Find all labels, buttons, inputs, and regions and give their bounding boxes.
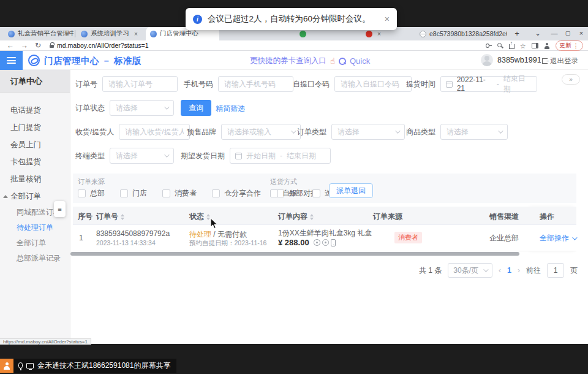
th-content[interactable]: 订单内容	[278, 212, 314, 222]
browser-toolbar: ← → ↻ md.maboy.cn/AllOrder?status=1 ☆ 更新…	[0, 40, 588, 51]
quick-label[interactable]: Quick	[350, 56, 370, 66]
quick-entry-link[interactable]: 更快捷的券卡查询入口	[250, 56, 326, 66]
currency-symbol: ¥	[278, 238, 282, 247]
next-page-button[interactable]: ›	[518, 266, 520, 275]
th-status[interactable]: 状态	[189, 212, 210, 222]
expect-ship-date-range-picker[interactable]: 开始日期 - 结束日期	[230, 148, 331, 164]
goods-type-select[interactable]: 请选择	[440, 124, 508, 140]
sidebar-item-hq-dispatch-records[interactable]: 总部派单记录	[0, 251, 70, 266]
pointing-finger-icon: ☝	[330, 56, 335, 66]
tab-favicon	[8, 31, 15, 37]
current-page[interactable]: 1	[507, 266, 511, 275]
maximize-button[interactable]: ▢	[560, 27, 575, 40]
row-price: 288.00	[285, 238, 309, 247]
back-icon[interactable]: ←	[7, 41, 14, 50]
row-action-dropdown[interactable]: 全部操作	[540, 233, 576, 243]
sidebar-item-batch-writeoff[interactable]: 批量核销	[0, 170, 70, 188]
username[interactable]: 8385wb1991	[497, 56, 541, 64]
filter-label-order-type: 订单类型	[297, 127, 326, 137]
profile-icon[interactable]	[544, 43, 550, 49]
sidebar-toggle-button[interactable]	[0, 51, 23, 70]
chrome-update-button[interactable]: 更新 ⋮	[556, 40, 584, 51]
pickup-code-input[interactable]	[334, 76, 412, 92]
checkbox-delivery[interactable]	[312, 189, 320, 197]
checkbox-hq[interactable]	[78, 189, 86, 197]
dispatch-return-button[interactable]: 派单退回	[329, 183, 373, 198]
table-header: 序号 订单号 状态 订单内容 订单来源 销售渠道 操作	[73, 207, 576, 225]
tab-close-icon[interactable]: ×	[377, 31, 381, 37]
pagination: 共 1 条 30条/页 ‹ 1 › 前往 页	[419, 263, 578, 278]
chevron-down-icon	[164, 152, 169, 157]
sidebar-item-phone-pickup[interactable]: 电话提货	[0, 102, 70, 119]
table-row[interactable]: 1 83859345088979792a 2023-11-13 14:33:34…	[73, 225, 576, 251]
zoom-icon[interactable]	[497, 43, 503, 49]
info-icon: i	[193, 15, 202, 24]
password-key-icon[interactable]	[486, 43, 492, 49]
sidebar-item-door-pickup[interactable]: 上门提货	[0, 119, 70, 136]
share-icon[interactable]	[509, 44, 514, 49]
logout-button[interactable]: 退出登录	[542, 56, 578, 66]
filter-label-terminal-type: 终端类型	[75, 151, 105, 161]
receiver-input[interactable]	[119, 124, 190, 140]
goto-label: 前往	[526, 265, 541, 276]
phone-input[interactable]	[218, 76, 293, 92]
logout-icon	[542, 58, 548, 64]
quick-search-icon[interactable]	[339, 58, 346, 65]
order-status-select[interactable]: 请选择	[110, 100, 174, 116]
row-channel: 企业总部	[489, 233, 519, 243]
address-bar[interactable]: md.maboy.cn/AllOrder?status=1	[57, 42, 149, 49]
forward-icon[interactable]: →	[21, 41, 28, 50]
th-order-no[interactable]: 订单号	[96, 212, 124, 222]
page-size-select[interactable]: 30条/页	[448, 263, 492, 278]
browser-tab-3[interactable]: e8c573980b1328a258fd2e6f8 ×	[415, 27, 507, 40]
sidebar-collapse-handle[interactable]: ≡	[54, 201, 66, 217]
checkbox-consumer[interactable]	[162, 189, 170, 197]
checkbox-store[interactable]	[120, 189, 128, 197]
chevron-down-icon	[483, 267, 488, 272]
filter-collapse-button[interactable]: »	[562, 74, 580, 85]
sidebar-item-member-visit[interactable]: 会员上门	[0, 136, 70, 153]
share-user-avatar[interactable]	[0, 359, 13, 373]
banner-close-icon[interactable]: ×	[385, 14, 390, 24]
lock-icon[interactable]	[50, 45, 54, 48]
filter-label-phone: 手机号码	[184, 79, 213, 90]
simplify-filter-link[interactable]: 精简筛选	[216, 104, 245, 114]
new-tab-button[interactable]: +	[512, 29, 522, 39]
person-icon	[3, 362, 10, 370]
horizontal-scrollbar[interactable]	[70, 252, 519, 256]
close-button[interactable]: ×	[574, 27, 588, 40]
row-content: 1份XX生鲜羊肉礼盒3kg 礼盒	[278, 228, 372, 239]
globe-favicon	[420, 31, 426, 37]
screen-share-bar[interactable]: 金禾通技术王斌18662591081的屏幕共享	[13, 359, 176, 373]
presale-brand-select[interactable]: 请选择或输入	[221, 124, 301, 140]
order-type-select[interactable]: 请选择	[331, 124, 405, 140]
status-bar-url: https://md.maboy.cn/AllOrder?status=1	[0, 338, 91, 345]
order-no-input[interactable]	[102, 76, 178, 92]
goto-page-input[interactable]	[547, 263, 564, 278]
browser-tab-2[interactable]: 系统培训学习 ×	[77, 27, 144, 40]
browser-menu-chevron[interactable]: ⌄	[530, 27, 545, 40]
user-avatar[interactable]	[481, 54, 493, 66]
search-button[interactable]: 查询	[181, 100, 211, 116]
tab-close-icon[interactable]: ×	[134, 31, 138, 37]
row-pickup-note: 预约自提日期：2023-11-16	[189, 239, 266, 248]
bookmark-star-icon[interactable]: ☆	[520, 43, 526, 49]
sidebar-item-card-pickup[interactable]: 卡包提货	[0, 153, 70, 170]
terminal-type-select[interactable]: 请选择	[110, 148, 174, 164]
pickup-time-range-picker[interactable]: 2022-11-21 - 结束日期	[440, 76, 537, 92]
th-source: 订单来源	[373, 212, 402, 222]
checkbox-warehouse-share[interactable]	[212, 189, 220, 197]
sidebar-item-all-orders[interactable]: 全部订单	[0, 235, 70, 251]
total-count: 共 1 条	[419, 265, 442, 276]
prev-page-button[interactable]: ‹	[499, 266, 501, 275]
sidebar-item-pending-orders[interactable]: 待处理订单	[0, 220, 70, 235]
side-panel-icon[interactable]	[532, 43, 538, 48]
kebab-menu-icon[interactable]: ⋮	[573, 42, 579, 49]
minimize-button[interactable]: —	[547, 27, 562, 40]
reload-icon[interactable]: ↻	[35, 41, 41, 50]
sort-icon	[310, 214, 314, 220]
sidebar-section-order-center[interactable]: 订单中心	[0, 70, 70, 93]
filter-label-presale-brand: 预售品牌	[187, 127, 216, 137]
browser-tab-1[interactable]: 礼盒营销平台管理中心 ×	[4, 27, 74, 40]
checkbox-self-pickup[interactable]	[270, 189, 278, 197]
